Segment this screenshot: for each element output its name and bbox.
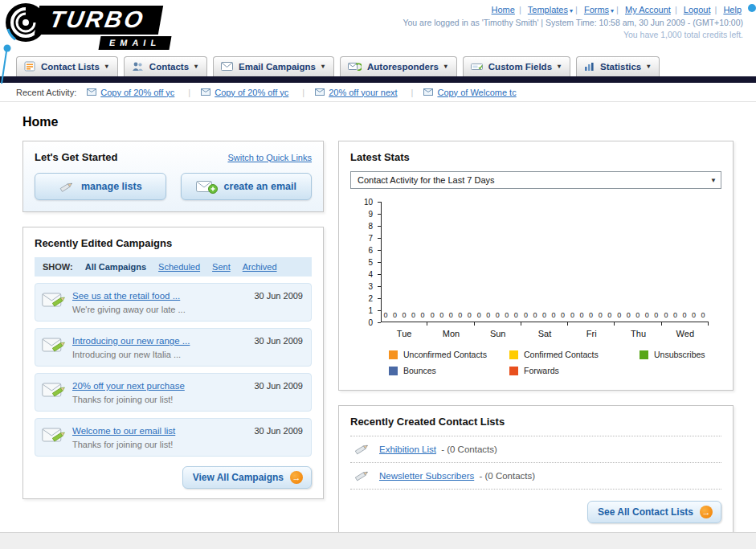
contact-list-count: - (0 Contacts)	[441, 445, 497, 454]
chart-value-label: 0 0 0 0 0	[475, 311, 521, 319]
nav-link-home[interactable]: Home	[492, 5, 515, 14]
nav-tab-label: Autoresponders	[367, 62, 439, 72]
nav-link-my-account[interactable]: My Account	[625, 5, 671, 14]
nav-tab-custom-fields[interactable]: Custom Fields ▾	[463, 56, 570, 76]
nav-tab-label: Custom Fields	[488, 62, 552, 72]
chart-x-label: Wed	[662, 329, 709, 338]
nav-tab-statistics[interactable]: Statistics ▾	[576, 56, 660, 76]
chart-x-ticks	[381, 322, 709, 326]
dropdown-arrow-icon: ▼	[710, 177, 717, 184]
nav-tab-contacts[interactable]: Contacts ▾	[124, 56, 207, 76]
legend-item: Unconfirmed Contacts	[389, 350, 509, 359]
view-all-campaigns-label: View All Campaigns	[193, 472, 284, 483]
chevron-down-icon: ▾	[321, 63, 325, 70]
campaign-list-item: Introducing our new range ... Introducin…	[35, 328, 312, 367]
envelope-pencil-icon	[42, 381, 67, 399]
contact-lists-icon	[24, 61, 35, 72]
switch-quick-links-link[interactable]: Switch to Quick Links	[227, 153, 312, 162]
envelope-icon	[201, 88, 210, 96]
chevron-down-icon: ▾	[105, 63, 108, 70]
tab-scheduled[interactable]: Scheduled	[158, 262, 200, 272]
campaign-date: 30 Jun 2009	[254, 291, 303, 301]
create-email-button[interactable]: create an email	[181, 173, 313, 200]
envelope-pencil-icon	[42, 291, 67, 309]
campaigns-title: Recently Edited Campaigns	[35, 237, 312, 249]
nav-link-logout[interactable]: Logout	[684, 5, 711, 14]
envelope-icon	[315, 88, 325, 96]
statistics-icon	[584, 62, 595, 72]
nav-tab-autoresponders[interactable]: Autoresponders ▾	[340, 56, 457, 76]
campaign-title-link[interactable]: Welcome to our email list	[72, 426, 175, 436]
get-started-title: Let's Get Started	[35, 151, 118, 163]
chart-x-label: Sat	[521, 329, 568, 338]
chart-value-label: 0 0 0 0 0	[569, 311, 615, 319]
legend-label: Bounces	[403, 366, 436, 375]
legend-label: Unconfirmed Contacts	[403, 350, 487, 359]
footer-strip	[0, 532, 756, 549]
contact-activity-chart: 012345678910 0 0 0 0 00 0 0 0 00 0 0 0 0…	[350, 197, 721, 383]
campaign-subtitle: We're giving away our late ...	[72, 305, 243, 314]
chart-y-tick-label: 7	[368, 234, 373, 243]
nav-tab-contact-lists[interactable]: Contact Lists ▾	[16, 56, 118, 76]
legend-label: Unsubscribes	[654, 350, 705, 359]
login-info: You are logged in as 'Timothy Smith' | S…	[403, 18, 743, 27]
recent-activity-link[interactable]: Copy of Welcome tc	[437, 88, 516, 97]
envelope-pencil-icon	[42, 426, 67, 445]
tab-sent[interactable]: Sent	[212, 262, 231, 272]
chart-y-tick-label: 0	[368, 318, 373, 327]
chart-value-label: 0 0 0 0 0	[615, 311, 662, 319]
see-all-contact-lists-button[interactable]: See All Contact Lists →	[587, 501, 721, 523]
page-title: Home	[22, 115, 734, 129]
chart-y-tick-label: 6	[368, 246, 373, 255]
header: TURBO EMAIL Home| Templates▾| Forms▾| My…	[0, 0, 756, 50]
nav-tab-email-campaigns[interactable]: Email Campaigns ▾	[213, 56, 334, 76]
top-nav-links: Home| Templates▾| Forms▾| My Account| Lo…	[403, 5, 743, 14]
nav-tab-label: Contact Lists	[41, 62, 100, 72]
recent-activity-item: Copy of 20% off yc	[201, 88, 304, 97]
nav-link-forms[interactable]: Forms	[584, 5, 609, 14]
legend-item: Confirmed Contacts	[509, 350, 640, 359]
manage-lists-button[interactable]: manage lists	[35, 173, 166, 200]
campaign-date: 30 Jun 2009	[254, 381, 303, 391]
chevron-down-icon: ▾	[558, 63, 561, 70]
pencil-icon	[353, 442, 371, 456]
campaign-title-link[interactable]: 20% off your next purchase	[72, 381, 185, 391]
recent-activity-link[interactable]: Copy of 20% off yc	[215, 88, 288, 97]
chart-x-tick-mark	[568, 322, 615, 326]
stats-activity-dropdown[interactable]: Contact Activity for the Last 7 Days ▼	[350, 171, 721, 189]
nav-link-help[interactable]: Help	[723, 5, 742, 14]
chart-value-label: 0 0 0 0 0	[382, 311, 428, 319]
app-logo[interactable]: TURBO EMAIL	[5, 2, 170, 50]
pencil-icon	[59, 180, 75, 193]
chart-y-axis: 012345678910	[350, 197, 381, 335]
contact-list-link[interactable]: Exhibition List	[379, 445, 436, 454]
create-email-label: create an email	[224, 181, 296, 192]
chart-value-label: 0 0 0 0 0	[521, 311, 568, 319]
chart-x-label: Fri	[568, 329, 615, 338]
main-nav: Contact Lists ▾ Contacts ▾ Email Campaig…	[0, 50, 756, 76]
legend-item: Bounces	[389, 366, 509, 375]
recent-activity-link[interactable]: 20% off your next	[329, 88, 397, 97]
recent-activity-link[interactable]: Copy of 20% off yc	[100, 88, 174, 97]
chart-y-tick-label: 10	[364, 198, 373, 207]
recent-activity-item: Copy of 20% off yc	[87, 88, 190, 97]
campaign-title-link[interactable]: See us at the retail food ...	[72, 291, 180, 301]
link-separator: |	[714, 5, 717, 14]
tab-archived[interactable]: Archived	[243, 262, 277, 272]
campaigns-filter-tabs: SHOW: All Campaigns Scheduled Sent Archi…	[35, 257, 312, 277]
view-all-campaigns-button[interactable]: View All Campaigns →	[182, 466, 312, 489]
envelope-icon	[87, 88, 96, 96]
contacts-icon	[132, 61, 144, 72]
nav-link-templates[interactable]: Templates	[528, 5, 568, 14]
legend-item: Forwards	[509, 366, 640, 375]
legend-label: Forwards	[524, 366, 559, 375]
link-separator: |	[616, 5, 619, 14]
envelope-plus-icon	[196, 179, 218, 194]
recent-activity-bar: Recent Activity: Copy of 20% off yc Copy…	[0, 83, 756, 102]
campaign-title-link[interactable]: Introducing our new range ...	[72, 336, 190, 346]
chart-x-tick-mark	[381, 322, 427, 326]
contact-list-link[interactable]: Newsletter Subscribers	[379, 471, 474, 481]
tab-all-campaigns[interactable]: All Campaigns	[85, 262, 146, 272]
chevron-down-icon: ▾	[647, 63, 650, 70]
custom-fields-icon	[471, 62, 483, 71]
